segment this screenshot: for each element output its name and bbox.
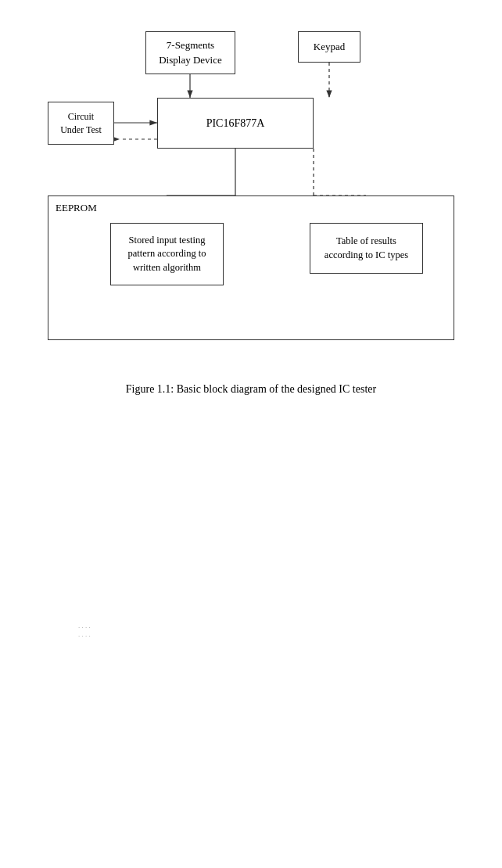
box-stored-pattern: Stored input testingpattern according to… [110,223,224,285]
box-keypad: Keypad [298,31,360,63]
page-content: 7-Segments Display Device Keypad PIC16F8… [0,0,502,450]
figure-caption: Figure 1.1: Basic block diagram of the d… [31,383,471,396]
box-pic: PIC16F877A [157,98,314,149]
eeprom-label: EEPROM [56,202,97,214]
box-7segments: 7-Segments Display Device [145,31,235,74]
box-table-results: Table of resultsaccording to IC types [310,223,423,274]
faint-annotation: · · · · · · · · [78,623,91,641]
block-diagram: 7-Segments Display Device Keypad PIC16F8… [32,23,470,368]
box-circuit-under-test: CircuitUnder Test [48,102,114,145]
